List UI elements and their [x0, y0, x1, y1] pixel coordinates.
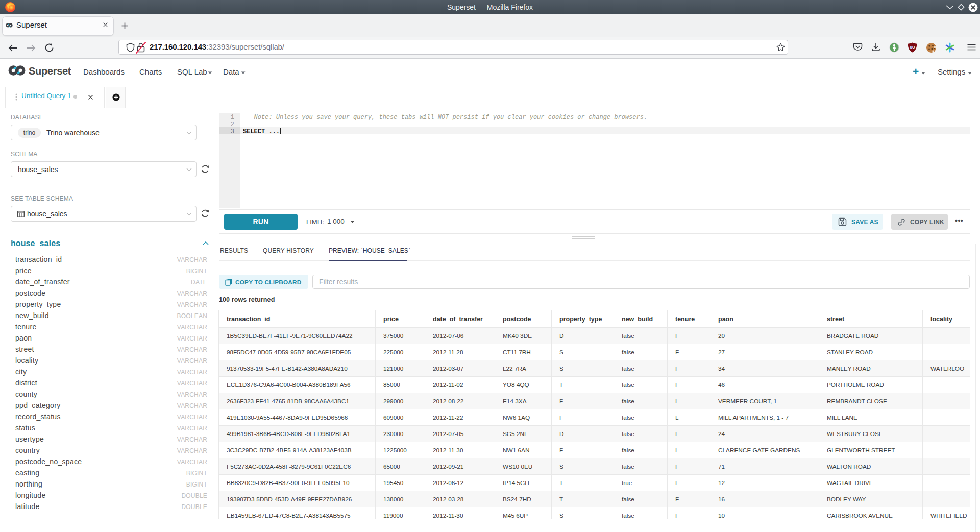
svg-text:uO: uO — [910, 45, 915, 49]
